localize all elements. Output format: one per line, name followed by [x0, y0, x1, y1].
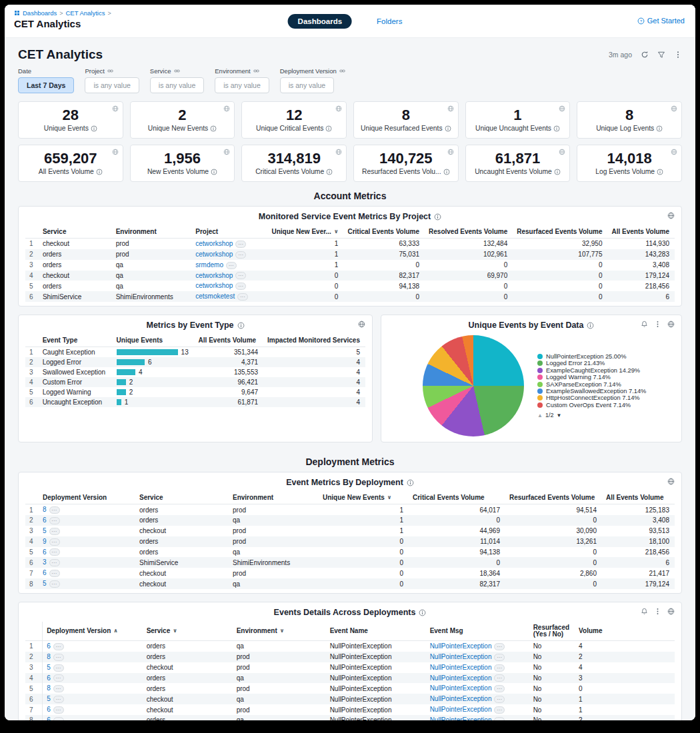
globe-icon[interactable]	[447, 105, 454, 112]
more-badge[interactable]: ···	[49, 570, 60, 577]
legend-item-exampleswallowedexception[interactable]: ExampleSwallowedException 7.14%	[537, 388, 646, 394]
kebab-menu-icon[interactable]	[654, 321, 661, 328]
globe-icon[interactable]	[671, 149, 677, 155]
deployment-version-link[interactable]: 6	[47, 716, 51, 720]
legend-item-examplecaughtexception[interactable]: ExampleCaughtException 14.29%	[537, 367, 646, 374]
globe-icon[interactable]	[335, 149, 342, 155]
deployment-version-link[interactable]: 6	[43, 569, 47, 576]
more-badge[interactable]: ···	[235, 241, 246, 248]
info-icon[interactable]	[237, 322, 245, 329]
refresh-icon[interactable]	[641, 51, 649, 59]
more-badge[interactable]: ···	[49, 580, 60, 588]
legend-page-down-icon[interactable]: ▼	[556, 412, 561, 418]
project-link[interactable]: cetworkshop	[195, 240, 233, 247]
tab-folders[interactable]: Folders	[367, 14, 412, 29]
sort-desc-icon[interactable]: ∨	[334, 229, 339, 235]
event-msg-link[interactable]: NullPointerException	[430, 664, 492, 671]
info-icon[interactable]	[445, 125, 451, 132]
more-badge[interactable]: ···	[53, 664, 64, 672]
kebab-menu-icon[interactable]	[674, 51, 682, 59]
more-badge[interactable]: ···	[494, 696, 505, 703]
more-badge[interactable]: ···	[235, 272, 246, 279]
globe-icon[interactable]	[559, 105, 565, 112]
info-icon[interactable]	[434, 213, 441, 221]
event-msg-link[interactable]: NullPointerException	[430, 674, 492, 682]
project-link[interactable]: cetworkshop	[195, 272, 233, 279]
breadcrumb-item[interactable]: Dashboards	[23, 9, 57, 17]
column-header-unique-new-ever[interactable]: Unique New Ever...∨	[267, 226, 343, 239]
info-icon[interactable]	[587, 322, 594, 329]
more-badge[interactable]: ···	[49, 559, 60, 566]
more-badge[interactable]: ···	[53, 717, 64, 720]
more-badge[interactable]: ···	[226, 262, 237, 269]
more-badge[interactable]: ···	[494, 717, 505, 720]
event-msg-link[interactable]: NullPointerException	[430, 642, 492, 650]
info-icon[interactable]	[657, 169, 663, 175]
bell-icon[interactable]	[641, 608, 648, 615]
info-icon[interactable]	[419, 609, 426, 616]
filter-value-environment[interactable]: is any value	[215, 77, 269, 93]
column-header-deployment-version[interactable]: Deployment Version∧	[43, 622, 143, 641]
deployment-version-link[interactable]: 6	[43, 548, 47, 556]
pie-chart[interactable]	[423, 335, 524, 436]
info-icon[interactable]	[91, 125, 97, 132]
sort-desc-icon[interactable]: ∨	[280, 628, 285, 634]
info-icon[interactable]	[210, 125, 217, 132]
deployment-version-link[interactable]: 8	[47, 684, 51, 692]
globe-icon[interactable]	[667, 212, 675, 219]
more-badge[interactable]: ···	[49, 528, 60, 535]
deployment-version-link[interactable]: 6	[47, 642, 51, 650]
info-icon[interactable]	[443, 169, 450, 175]
column-header-service[interactable]: Service∨	[143, 622, 233, 641]
legend-item-httphostconnectexception[interactable]: HttpHostConnectException 7.14%	[537, 394, 646, 401]
globe-icon[interactable]	[223, 149, 230, 155]
globe-icon[interactable]	[223, 105, 230, 112]
info-icon[interactable]	[554, 169, 561, 175]
more-badge[interactable]: ···	[494, 643, 505, 650]
breadcrumb-item[interactable]: CET Analytics	[66, 9, 105, 17]
more-badge[interactable]: ···	[49, 506, 60, 514]
deployment-version-link[interactable]: 5	[43, 580, 47, 587]
more-badge[interactable]: ···	[49, 517, 60, 524]
column-header-environment[interactable]: Environment∨	[233, 622, 326, 641]
more-badge[interactable]: ···	[53, 654, 64, 661]
filter-value-project[interactable]: is any value	[85, 77, 139, 93]
event-msg-link[interactable]: NullPointerException	[430, 684, 492, 692]
more-badge[interactable]: ···	[494, 706, 505, 714]
deployment-version-link[interactable]: 5	[43, 527, 47, 534]
kebab-menu-icon[interactable]	[654, 608, 661, 615]
project-link[interactable]: cetworkshop	[195, 282, 233, 289]
deployment-version-link[interactable]: 8	[43, 506, 47, 513]
more-badge[interactable]: ···	[53, 685, 64, 692]
more-badge[interactable]: ···	[53, 643, 64, 650]
deployment-version-link[interactable]: 5	[47, 695, 51, 702]
globe-icon[interactable]	[112, 149, 119, 155]
globe-icon[interactable]	[667, 608, 675, 615]
sort-desc-icon[interactable]: ∨	[387, 494, 392, 500]
globe-icon[interactable]	[335, 105, 342, 112]
info-icon[interactable]	[96, 169, 103, 175]
bell-icon[interactable]	[641, 321, 648, 328]
more-badge[interactable]: ···	[494, 654, 505, 661]
filter-value-service[interactable]: is any value	[150, 77, 204, 93]
globe-icon[interactable]	[671, 105, 677, 112]
globe-icon[interactable]	[112, 105, 119, 112]
globe-icon[interactable]	[559, 149, 565, 155]
more-badge[interactable]: ···	[53, 674, 64, 682]
deployment-version-link[interactable]: 8	[47, 653, 51, 660]
info-icon[interactable]	[326, 169, 333, 175]
legend-item-logged-warning[interactable]: Logged Warning 7.14%	[537, 374, 646, 380]
info-icon[interactable]	[211, 169, 217, 175]
more-badge[interactable]: ···	[53, 706, 64, 714]
info-icon[interactable]	[656, 125, 663, 132]
legend-item-custom-overops-event[interactable]: Custom OverOps Event 7.14%	[537, 402, 646, 408]
globe-icon[interactable]	[667, 478, 675, 485]
legend-item-saxparseexception[interactable]: SAXParseException 7.14%	[537, 381, 646, 388]
info-icon[interactable]	[325, 125, 332, 132]
event-msg-link[interactable]: NullPointerException	[430, 653, 492, 660]
deployment-version-link[interactable]: 9	[43, 538, 47, 545]
more-badge[interactable]: ···	[235, 251, 246, 259]
more-badge[interactable]: ···	[237, 293, 248, 301]
globe-icon[interactable]	[667, 321, 675, 328]
deployment-version-link[interactable]: 6	[47, 674, 51, 682]
